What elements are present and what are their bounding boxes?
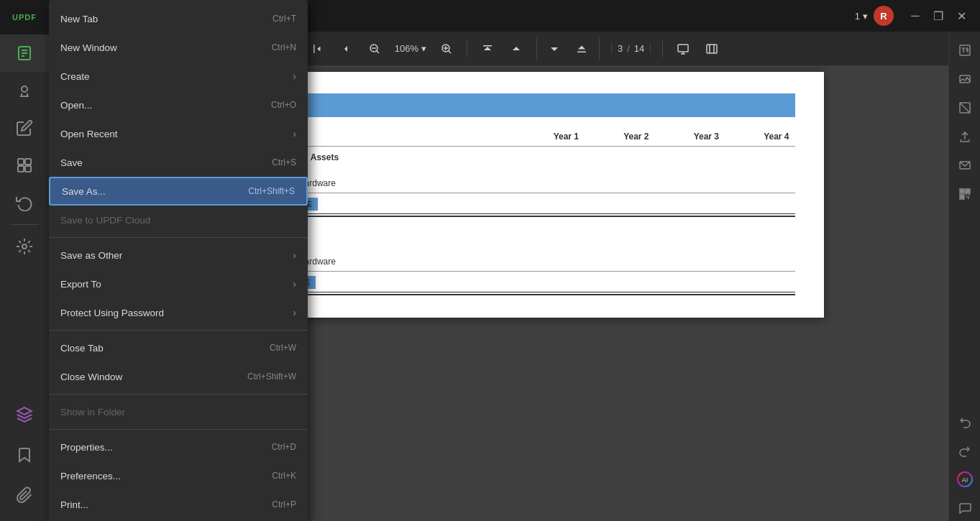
menu-item-preferences[interactable]: Preferences... Ctrl+K — [49, 461, 308, 490]
svg-point-9 — [22, 244, 27, 249]
right-icon-undo[interactable] — [952, 409, 978, 435]
col-year2: Year 2 — [585, 129, 655, 144]
menu-item-export-to[interactable]: Export To › — [49, 269, 308, 298]
col-year3: Year 3 — [655, 129, 725, 144]
right-icon-ocr[interactable] — [952, 37, 978, 63]
version-arrow-icon: ▾ — [863, 11, 868, 22]
logo-text: UPDF — [12, 13, 37, 22]
restore-button[interactable]: ❐ — [928, 6, 948, 26]
current-page: 3 — [618, 43, 623, 54]
svg-rect-35 — [966, 190, 968, 193]
svg-text:AI: AI — [961, 476, 968, 484]
first-page-button[interactable] — [306, 37, 329, 60]
menu-divider-4 — [49, 429, 308, 430]
version-selector[interactable]: 1 ▾ — [855, 11, 868, 22]
sidebar-item-attachment[interactable] — [0, 476, 49, 514]
menu-divider-3 — [49, 394, 308, 395]
menu-divider-2 — [49, 330, 308, 331]
menu-item-save-as-other[interactable]: Save as Other › — [49, 241, 308, 269]
svg-line-12 — [376, 50, 379, 53]
right-icon-redact[interactable] — [952, 95, 978, 121]
svg-rect-21 — [707, 45, 717, 53]
menu-item-save-cloud: Save to UPDF Cloud — [49, 206, 308, 234]
page-separator: / — [627, 43, 630, 54]
menu-divider-1 — [49, 237, 308, 238]
col-year1: Year 1 — [515, 129, 585, 144]
menu-item-close-window[interactable]: Close Window Ctrl+Shift+W — [49, 362, 308, 391]
sidebar-item-convert[interactable] — [0, 184, 49, 221]
right-icon-email[interactable] — [952, 152, 978, 178]
toolbar-divider-2 — [662, 40, 663, 57]
svg-rect-8 — [25, 166, 31, 172]
right-icon-image[interactable] — [952, 66, 978, 92]
zoom-in-button[interactable] — [435, 37, 458, 60]
split-view-button[interactable] — [700, 37, 723, 60]
zoom-out-button[interactable] — [363, 37, 386, 60]
svg-marker-10 — [17, 407, 32, 415]
right-icon-ai[interactable]: AI — [952, 466, 978, 492]
zoom-arrow-icon: ▾ — [421, 43, 426, 54]
menu-item-properties[interactable]: Properties... Ctrl+D — [49, 433, 308, 461]
sidebar-bottom — [0, 396, 49, 521]
menu-item-save-as[interactable]: Save As... Ctrl+Shift+S — [49, 177, 308, 206]
zoom-control: 106% ▾ — [363, 37, 458, 60]
dropdown-menu: New Tab Ctrl+T New Window Ctrl+N Create … — [49, 0, 308, 521]
svg-rect-7 — [18, 166, 24, 172]
sidebar-item-stamp[interactable] — [0, 72, 49, 109]
right-sidebar: AI — [948, 32, 980, 521]
svg-line-15 — [448, 50, 451, 53]
zoom-value-display[interactable]: 106% ▾ — [389, 41, 432, 56]
sidebar-item-tools[interactable] — [0, 228, 49, 265]
svg-rect-26 — [960, 45, 970, 55]
minimize-button[interactable]: ─ — [905, 6, 925, 26]
user-avatar[interactable]: R — [874, 6, 894, 26]
total-pages: 14 — [634, 43, 644, 54]
sidebar-item-edit[interactable] — [0, 109, 49, 147]
menu-item-open-recent[interactable]: Open Recent › — [49, 119, 308, 148]
menu-item-print[interactable]: Print... Ctrl+P — [49, 490, 308, 519]
menu-item-protect-password[interactable]: Protect Using Password › — [49, 298, 308, 327]
zoom-percentage: 106% — [395, 43, 418, 54]
menu-item-close-tab[interactable]: Close Tab Ctrl+W — [49, 333, 308, 362]
svg-rect-34 — [961, 190, 963, 193]
toolbar-divider-1 — [467, 40, 467, 57]
right-icon-qr[interactable] — [952, 181, 978, 207]
menu-item-open[interactable]: Open... Ctrl+O — [49, 91, 308, 119]
col-year4: Year 4 — [725, 129, 795, 144]
right-icon-redo[interactable] — [952, 438, 978, 464]
svg-point-4 — [22, 86, 27, 92]
svg-rect-18 — [678, 45, 688, 52]
topbar-right: 1 ▾ R ─ ❐ ✕ — [855, 6, 980, 26]
scroll-bottom-button[interactable] — [570, 37, 593, 60]
menu-item-show-folder: Show in Folder — [49, 397, 308, 426]
svg-rect-5 — [18, 159, 24, 165]
svg-line-29 — [960, 103, 970, 113]
sidebar-item-documents[interactable] — [0, 34, 49, 72]
page-number-control: 3 / 14 — [611, 43, 651, 54]
svg-rect-6 — [25, 159, 31, 165]
scroll-up-button[interactable] — [505, 37, 528, 60]
close-button[interactable]: ✕ — [951, 6, 971, 26]
version-number: 1 — [855, 11, 860, 22]
sidebar-item-organize[interactable] — [0, 147, 49, 184]
menu-item-save[interactable]: Save Ctrl+S — [49, 148, 308, 177]
right-icon-chat[interactable] — [952, 495, 978, 521]
sidebar-item-bookmark[interactable] — [0, 436, 49, 474]
prev-page-button[interactable] — [334, 37, 357, 60]
menu-item-create[interactable]: Create › — [49, 62, 308, 91]
presentation-button[interactable] — [672, 37, 695, 60]
left-sidebar: UPDF — [0, 0, 49, 521]
menu-item-new-tab[interactable]: New Tab Ctrl+T — [49, 4, 308, 33]
window-controls: ─ ❐ ✕ — [905, 6, 971, 26]
page-control — [536, 37, 600, 60]
right-icon-share[interactable] — [952, 124, 978, 149]
scroll-top-button[interactable] — [476, 37, 499, 60]
app-logo: UPDF — [0, 0, 49, 34]
menu-item-new-window[interactable]: New Window Ctrl+N — [49, 33, 308, 62]
sidebar-item-layers[interactable] — [0, 396, 49, 433]
svg-rect-36 — [961, 196, 963, 198]
scroll-down-button[interactable] — [543, 37, 566, 60]
sidebar-divider — [10, 224, 39, 225]
